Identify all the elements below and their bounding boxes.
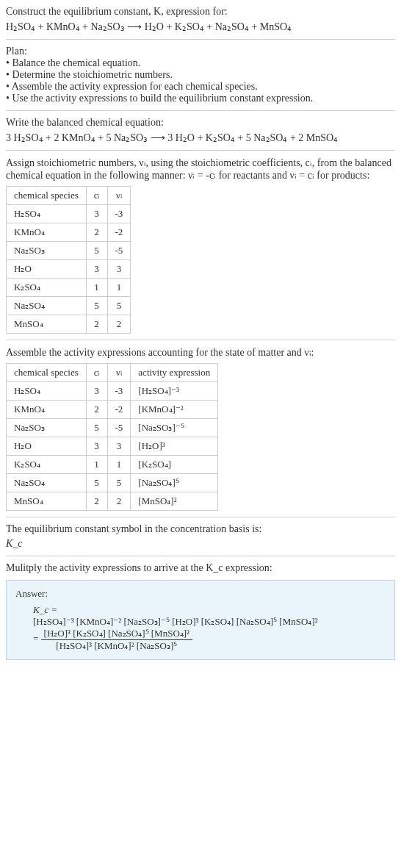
divider xyxy=(6,39,395,40)
cell-ci: 3 xyxy=(86,382,107,401)
kc-symbol: K_c xyxy=(6,538,23,549)
cell-expr: [K₂SO₄] xyxy=(131,456,218,474)
table-row: Na₂SO₃5-5[Na₂SO₃]⁻⁵ xyxy=(7,419,218,437)
plan-heading: Plan: xyxy=(6,46,395,57)
plan-bullet-3: • Assemble the activity expression for e… xyxy=(6,81,395,93)
kc-symbol-section: The equilibrium constant symbol in the c… xyxy=(6,523,395,550)
table-row: KMnO₄2-2 xyxy=(7,223,131,242)
col-expr: activity expression xyxy=(131,364,218,382)
cell-ci: 3 xyxy=(86,437,107,456)
kc-heading: The equilibrium constant symbol in the c… xyxy=(6,523,395,535)
col-species: chemical species xyxy=(7,187,87,205)
stoich-section: Assign stoichiometric numbers, νᵢ, using… xyxy=(6,157,395,334)
cell-vi: -5 xyxy=(107,242,131,260)
cell-vi: -5 xyxy=(107,419,131,437)
cell-vi: -3 xyxy=(107,205,131,223)
table-row: MnSO₄22[MnSO₄]² xyxy=(7,492,218,511)
cell-expr: [H₂SO₄]⁻³ xyxy=(131,382,218,401)
stoich-table: chemical species cᵢ νᵢ H₂SO₄3-3 KMnO₄2-2… xyxy=(6,186,131,334)
cell-species: K₂SO₄ xyxy=(7,279,87,297)
cell-ci: 5 xyxy=(86,419,107,437)
table-row: H₂SO₄3-3 xyxy=(7,205,131,223)
cell-vi: 1 xyxy=(107,279,131,297)
multiply-heading: Mulitply the activity expressions to arr… xyxy=(6,562,395,574)
answer-product: [H₂SO₄]⁻³ [KMnO₄]⁻² [Na₂SO₃]⁻⁵ [H₂O]³ [K… xyxy=(33,616,386,628)
cell-species: KMnO₄ xyxy=(7,401,87,419)
cell-vi: 1 xyxy=(107,456,131,474)
intro-section: Construct the equilibrium constant, K, e… xyxy=(6,6,395,33)
plan-bullet-2: • Determine the stoichiometric numbers. xyxy=(6,69,395,81)
cell-species: H₂SO₄ xyxy=(7,382,87,401)
cell-species: K₂SO₄ xyxy=(7,456,87,474)
table-row: K₂SO₄11[K₂SO₄] xyxy=(7,456,218,474)
intro-equation: H₂SO₄ + KMnO₄ + Na₂SO₃ ⟶ H₂O + K₂SO₄ + N… xyxy=(6,21,395,33)
col-vi: νᵢ xyxy=(107,364,131,382)
cell-vi: 3 xyxy=(107,260,131,279)
cell-species: Na₂SO₄ xyxy=(7,297,87,315)
activity-section: Assemble the activity expressions accoun… xyxy=(6,346,395,511)
cell-ci: 1 xyxy=(86,456,107,474)
cell-vi: -3 xyxy=(107,382,131,401)
cell-expr: [H₂O]³ xyxy=(131,437,218,456)
cell-ci: 2 xyxy=(86,492,107,511)
table-row: H₂O33[H₂O]³ xyxy=(7,437,218,456)
cell-ci: 2 xyxy=(86,223,107,242)
cell-species: MnSO₄ xyxy=(7,492,87,511)
cell-species: Na₂SO₃ xyxy=(7,419,87,437)
table-row: H₂O33 xyxy=(7,260,131,279)
cell-expr: [KMnO₄]⁻² xyxy=(131,401,218,419)
cell-ci: 5 xyxy=(86,474,107,492)
multiply-section: Mulitply the activity expressions to arr… xyxy=(6,562,395,574)
plan-section: Plan: • Balance the chemical equation. •… xyxy=(6,46,395,104)
cell-vi: -2 xyxy=(107,223,131,242)
answer-kc: K_c = xyxy=(33,604,57,615)
table-header-row: chemical species cᵢ νᵢ activity expressi… xyxy=(7,364,218,382)
plan-bullet-4: • Use the activity expressions to build … xyxy=(6,93,395,104)
stoich-heading: Assign stoichiometric numbers, νᵢ, using… xyxy=(6,157,395,182)
cell-vi: 2 xyxy=(107,492,131,511)
table-row: Na₂SO₄55 xyxy=(7,297,131,315)
cell-vi: 2 xyxy=(107,315,131,334)
table-row: H₂SO₄3-3[H₂SO₄]⁻³ xyxy=(7,382,218,401)
cell-species: MnSO₄ xyxy=(7,315,87,334)
divider xyxy=(6,517,395,517)
answer-box: Answer: K_c = [H₂SO₄]⁻³ [KMnO₄]⁻² [Na₂SO… xyxy=(6,580,395,660)
cell-ci: 2 xyxy=(86,315,107,334)
cell-species: KMnO₄ xyxy=(7,223,87,242)
divider xyxy=(6,340,395,340)
cell-species: Na₂SO₃ xyxy=(7,242,87,260)
cell-ci: 3 xyxy=(86,260,107,279)
balanced-section: Write the balanced chemical equation: 3 … xyxy=(6,117,395,144)
activity-heading: Assemble the activity expressions accoun… xyxy=(6,346,395,359)
balanced-heading: Write the balanced chemical equation: xyxy=(6,117,395,129)
plan-bullet-1: • Balance the chemical equation. xyxy=(6,57,395,69)
cell-ci: 1 xyxy=(86,279,107,297)
balanced-equation: 3 H₂SO₄ + 2 KMnO₄ + 5 Na₂SO₃ ⟶ 3 H₂O + K… xyxy=(6,132,395,144)
answer-denominator: [H₂SO₄]³ [KMnO₄]² [Na₂SO₃]⁵ xyxy=(41,640,192,652)
col-species: chemical species xyxy=(7,364,87,382)
activity-table: chemical species cᵢ νᵢ activity expressi… xyxy=(6,363,218,511)
cell-vi: 5 xyxy=(107,474,131,492)
table-header-row: chemical species cᵢ νᵢ xyxy=(7,187,131,205)
cell-expr: [Na₂SO₃]⁻⁵ xyxy=(131,419,218,437)
cell-vi: 3 xyxy=(107,437,131,456)
col-vi: νᵢ xyxy=(107,187,131,205)
cell-expr: [Na₂SO₄]⁵ xyxy=(131,474,218,492)
table-row: Na₂SO₃5-5 xyxy=(7,242,131,260)
cell-species: H₂O xyxy=(7,260,87,279)
cell-expr: [MnSO₄]² xyxy=(131,492,218,511)
intro-line1: Construct the equilibrium constant, K, e… xyxy=(6,6,395,18)
cell-ci: 5 xyxy=(86,297,107,315)
cell-ci: 2 xyxy=(86,401,107,419)
divider xyxy=(6,110,395,111)
answer-label: Answer: xyxy=(15,588,386,600)
divider xyxy=(6,150,395,151)
cell-species: H₂SO₄ xyxy=(7,205,87,223)
col-ci: cᵢ xyxy=(86,364,107,382)
cell-ci: 5 xyxy=(86,242,107,260)
answer-numerator: [H₂O]³ [K₂SO₄] [Na₂SO₄]⁵ [MnSO₄]² xyxy=(41,628,192,640)
table-row: K₂SO₄11 xyxy=(7,279,131,297)
answer-fraction: [H₂O]³ [K₂SO₄] [Na₂SO₄]⁵ [MnSO₄]² [H₂SO₄… xyxy=(41,628,192,652)
col-ci: cᵢ xyxy=(86,187,107,205)
answer-body: K_c = [H₂SO₄]⁻³ [KMnO₄]⁻² [Na₂SO₃]⁻⁵ [H₂… xyxy=(33,604,386,652)
